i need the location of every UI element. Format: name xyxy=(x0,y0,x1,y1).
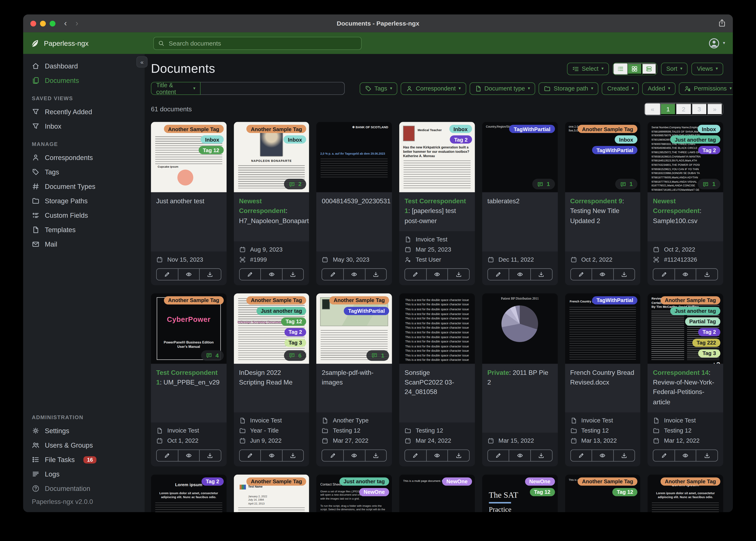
document-type-filter-button[interactable]: Document type▾ xyxy=(469,82,535,95)
preview-button[interactable] xyxy=(674,269,696,280)
preview-button[interactable] xyxy=(260,450,282,461)
document-thumbnail[interactable]: Another Sample TagJust another tagTag 12… xyxy=(234,293,309,363)
document-title[interactable]: French Country Bread Revised.docx xyxy=(565,364,640,412)
document-card[interactable]: InboxTag 2 Medical TeacherHas the new Ki… xyxy=(399,122,475,285)
download-button[interactable] xyxy=(448,269,469,280)
document-title[interactable]: Test Correspondent 1: [paperless] test p… xyxy=(399,192,475,231)
document-correspondent[interactable]: Newest Correspondent xyxy=(653,198,700,215)
document-thumbnail[interactable]: Another Sample Tag CyberPowerPowerPanel®… xyxy=(151,293,226,363)
search-bar[interactable] xyxy=(153,37,361,50)
document-card[interactable]: Another Sample TagTagWithPartial 1 2samp… xyxy=(317,293,392,466)
tag-pill[interactable]: Just another tag xyxy=(670,307,720,315)
sidebar-item-inbox[interactable]: Inbox xyxy=(23,119,145,133)
sidebar-item-templates[interactable]: Templates xyxy=(23,223,145,237)
search-input[interactable] xyxy=(168,39,357,47)
preview-button[interactable] xyxy=(674,450,696,461)
sidebar-item-documents[interactable]: Documents xyxy=(23,73,145,88)
edit-button[interactable] xyxy=(488,269,509,280)
tag-pill[interactable]: Inbox xyxy=(697,125,720,133)
document-thumbnail[interactable]: Another Sample TagInboxTag 12 Adobe Acro… xyxy=(151,122,226,192)
document-thumbnail[interactable]: InboxTag 2 Medical TeacherHas the new Ki… xyxy=(399,122,475,192)
edit-button[interactable] xyxy=(571,269,592,280)
document-title[interactable]: Correspondent 9: Testing New Title Updat… xyxy=(565,192,640,251)
pagination-page-1[interactable]: 1 xyxy=(660,103,676,115)
tags-filter-button[interactable]: Tags▾ xyxy=(359,82,397,95)
edit-button[interactable] xyxy=(653,269,674,280)
document-card[interactable]: Another Sample TagInboxTagWithPartial on… xyxy=(565,122,640,285)
tag-pill[interactable]: Tag 12 xyxy=(530,488,555,496)
tag-pill[interactable]: Another Sample Tag xyxy=(247,477,306,486)
edit-button[interactable] xyxy=(240,450,261,461)
document-title[interactable]: tablerates2 xyxy=(482,192,558,251)
pagination-prev[interactable]: « xyxy=(645,103,661,115)
preview-button[interactable] xyxy=(343,269,365,280)
download-button[interactable] xyxy=(530,450,552,461)
title-content-filter-input[interactable] xyxy=(201,82,345,95)
document-thumbnail[interactable]: TagWithPartial Country,Region/State," 1 xyxy=(482,122,558,192)
document-card[interactable]: ✻ BANK OF SCOTLAND2,0 % p. a. auf Ihr Ta… xyxy=(317,122,392,285)
document-thumbnail[interactable]: Another Sample TagJust another tagPartia… xyxy=(648,293,723,363)
preview-button[interactable] xyxy=(178,269,199,280)
tag-pill[interactable]: Tag 222 xyxy=(692,338,720,347)
document-card[interactable]: NewOne This is a multi page document. Pa… xyxy=(399,474,475,512)
tag-pill[interactable]: Tag 2 xyxy=(698,146,720,154)
tag-pill[interactable]: Tag 12 xyxy=(612,488,638,496)
edit-button[interactable] xyxy=(157,450,178,461)
permissions-filter-button[interactable]: Permissions▾ xyxy=(679,82,733,95)
tag-pill[interactable]: Inbox xyxy=(201,136,224,144)
document-correspondent[interactable]: Correspondent 9 xyxy=(570,198,622,205)
edit-button[interactable] xyxy=(405,269,426,280)
download-button[interactable] xyxy=(448,450,469,461)
document-correspondent[interactable]: Correspondent 14 xyxy=(653,369,709,376)
sidebar-item-recently-added[interactable]: Recently Added xyxy=(23,105,145,119)
minimize-button[interactable] xyxy=(40,20,46,26)
tag-pill[interactable]: Another Sample Tag xyxy=(660,296,720,304)
user-menu[interactable]: ▾ xyxy=(709,37,725,49)
document-correspondent[interactable]: Private xyxy=(487,369,509,376)
tag-pill[interactable]: Another Sample Tag xyxy=(578,125,638,133)
download-button[interactable] xyxy=(199,269,221,280)
tag-pill[interactable]: Another Sample Tag xyxy=(660,477,720,486)
document-thumbnail[interactable]: InboxJust another tagTag 2 Serial Number… xyxy=(648,122,723,192)
document-card[interactable]: InboxJust another tagTag 2 Serial Number… xyxy=(648,122,723,285)
tag-pill[interactable]: Partial Tag xyxy=(685,317,720,325)
edit-button[interactable] xyxy=(405,450,426,461)
tag-pill[interactable]: Tag 12 xyxy=(198,146,224,154)
tag-pill[interactable]: TagWithPartial xyxy=(509,125,555,133)
view-mode-list-view[interactable] xyxy=(613,63,628,74)
tag-pill[interactable]: Just another tag xyxy=(256,307,306,315)
document-title[interactable]: 2sample-pdf-with-images xyxy=(317,364,392,412)
document-title[interactable]: Correspondent 14: Review-of-New-York-Fed… xyxy=(648,364,723,412)
document-thumbnail[interactable]: Another Sample TagInboxTagWithPartial on… xyxy=(565,122,640,192)
document-title[interactable]: Test Correspondent 1: UM_PPBE_en_v29 xyxy=(151,364,226,422)
edit-button[interactable] xyxy=(653,450,674,461)
document-card[interactable]: TagWithPartial Country,Region/State," 1 … xyxy=(482,122,558,285)
document-card[interactable]: Another Sample Tag Lorem ipsumLorem ipsu… xyxy=(648,474,723,512)
share-icon[interactable] xyxy=(718,19,726,27)
document-card[interactable]: Patient BP Distribution 2011 Private: 20… xyxy=(482,293,558,466)
preview-button[interactable] xyxy=(509,450,530,461)
preview-button[interactable] xyxy=(426,269,448,280)
edit-button[interactable] xyxy=(488,450,509,461)
tag-pill[interactable]: NewOne xyxy=(525,477,555,486)
download-button[interactable] xyxy=(199,450,221,461)
download-button[interactable] xyxy=(696,269,717,280)
title-content-filter-button[interactable]: Title & content▾ xyxy=(151,82,201,95)
document-card[interactable]: Tag 2 Lorem ipsumLorem ipsum dolor sit a… xyxy=(151,474,226,512)
sidebar-item-documentation[interactable]: Documentation xyxy=(23,481,145,496)
tag-pill[interactable]: Tag 2 xyxy=(698,328,720,336)
preview-button[interactable] xyxy=(260,269,282,280)
edit-button[interactable] xyxy=(157,269,178,280)
app-brand[interactable]: Paperless-ngx xyxy=(30,38,89,48)
views-button[interactable]: Views▾ xyxy=(692,63,723,75)
tag-pill[interactable]: Tag 3 xyxy=(284,338,306,347)
download-button[interactable] xyxy=(613,450,635,461)
sidebar-collapse-button[interactable]: « xyxy=(136,56,148,67)
preview-button[interactable] xyxy=(592,450,613,461)
document-title[interactable]: 0004814539_20230531 xyxy=(317,192,392,251)
sidebar-item-storage-paths[interactable]: Storage Paths xyxy=(23,194,145,208)
tag-pill[interactable]: Another Sample Tag xyxy=(164,125,223,133)
view-mode-detail-view[interactable] xyxy=(642,63,657,74)
added-filter-button[interactable]: Added▾ xyxy=(643,82,676,95)
tag-pill[interactable]: TagWithPartial xyxy=(592,146,638,154)
